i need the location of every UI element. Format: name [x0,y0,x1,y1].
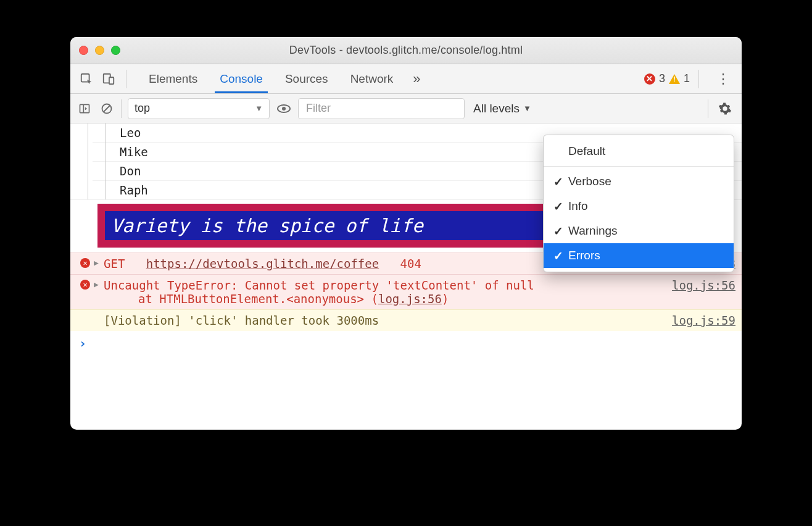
error-icon: ✕ [80,258,90,268]
tab-sources[interactable]: Sources [274,64,339,93]
divider [121,99,122,118]
check-icon: ✓ [553,249,568,263]
menu-item-label: Errors [568,249,600,262]
check-icon: ✓ [553,224,568,238]
disclosure-icon[interactable]: ▶ [94,278,101,289]
live-expression-icon[interactable] [276,101,292,117]
devtools-window: DevTools - devtools.glitch.me/console/lo… [70,37,742,430]
titlebar: DevTools - devtools.glitch.me/console/lo… [70,37,742,64]
chevron-down-icon: ▼ [255,104,263,113]
gear-icon[interactable] [715,102,735,115]
console-toolbar: top ▼ All levels ▼ [70,94,742,123]
svg-rect-2 [109,77,114,84]
menu-item-default[interactable]: Default [544,139,734,164]
minimize-icon[interactable] [95,46,104,55]
console-error-row[interactable]: ✕ ▶ Uncaught TypeError: Cannot set prope… [70,274,742,309]
settings-menu-icon[interactable]: ⋮ [716,71,731,87]
levels-label: All levels [473,102,520,115]
tab-console[interactable]: Console [209,64,274,93]
stack-link[interactable]: log.js:56 [378,292,442,306]
log-levels-dropdown[interactable]: All levels ▼ [471,102,534,115]
error-badge-icon: ✕ [644,73,655,85]
violation-text: [Violation] 'click' handler took 3000ms [101,314,666,327]
panel-tabs: Elements Console Sources Network [138,64,404,93]
menu-item-info[interactable]: ✓ Info [544,194,734,219]
disclosure-icon[interactable]: ▶ [94,257,101,267]
menu-item-errors[interactable]: ✓ Errors [544,243,734,268]
maximize-icon[interactable] [111,46,120,55]
log-levels-menu: Default ✓ Verbose ✓ Info ✓ Warnings ✓ Er… [543,135,734,272]
chevron-down-icon: ▼ [523,104,531,113]
main-tabstrip: Elements Console Sources Network » ✕ 3 1… [70,64,742,94]
menu-item-label: Info [568,199,588,213]
menu-item-label: Default [568,144,605,158]
window-controls [79,46,120,55]
divider [708,99,708,118]
clear-console-icon[interactable] [99,101,115,117]
tab-network[interactable]: Network [339,64,405,93]
prompt-icon: › [79,336,86,351]
toggle-sidebar-icon[interactable] [77,101,93,117]
console-prompt[interactable]: › [70,331,742,356]
svg-point-8 [282,107,286,111]
context-selector[interactable]: top ▼ [128,98,270,119]
stack-frame: at HTMLButtonElement.<anonymous> ( [138,292,378,306]
warning-badge-icon [669,74,680,84]
menu-item-verbose[interactable]: ✓ Verbose [544,169,734,194]
menu-item-label: Warnings [568,224,618,238]
context-value: top [135,102,150,115]
device-toggle-icon[interactable] [100,70,117,88]
stack-frame-end: ) [442,292,449,306]
check-icon: ✓ [553,199,568,214]
tab-label: Elements [149,72,197,86]
error-count: 3 [659,72,665,85]
divider [126,70,126,88]
console-violation-row[interactable]: [Violation] 'click' handler took 3000ms … [70,309,742,331]
method: GET [104,257,125,270]
source-link[interactable]: log.js:59 [666,314,735,327]
divider [698,70,699,88]
tab-label: Sources [285,72,328,86]
error-message: Uncaught TypeError: Cannot set property … [101,278,666,306]
tab-elements[interactable]: Elements [138,64,209,93]
status-code: 404 [400,257,421,270]
check-icon: ✓ [553,175,568,189]
issue-badges[interactable]: ✕ 3 1 [644,72,690,85]
svg-rect-3 [80,104,89,112]
menu-item-label: Verbose [568,175,611,188]
window-title: DevTools - devtools.glitch.me/console/lo… [70,44,742,57]
filter-input[interactable] [298,98,465,119]
request-url[interactable]: https://devtools.glitch.me/coffee [146,257,379,270]
svg-line-6 [104,106,110,112]
error-icon: ✕ [80,280,90,290]
error-line: Uncaught TypeError: Cannot set property … [104,278,666,292]
more-tabs-icon[interactable]: » [413,71,420,87]
menu-separator [544,166,734,167]
close-icon[interactable] [79,46,88,55]
warning-count: 1 [684,72,690,85]
tab-label: Network [350,72,394,86]
inspect-icon[interactable] [78,70,95,88]
tab-label: Console [220,72,263,86]
menu-item-warnings[interactable]: ✓ Warnings [544,219,734,243]
source-link[interactable]: log.js:56 [666,278,735,292]
